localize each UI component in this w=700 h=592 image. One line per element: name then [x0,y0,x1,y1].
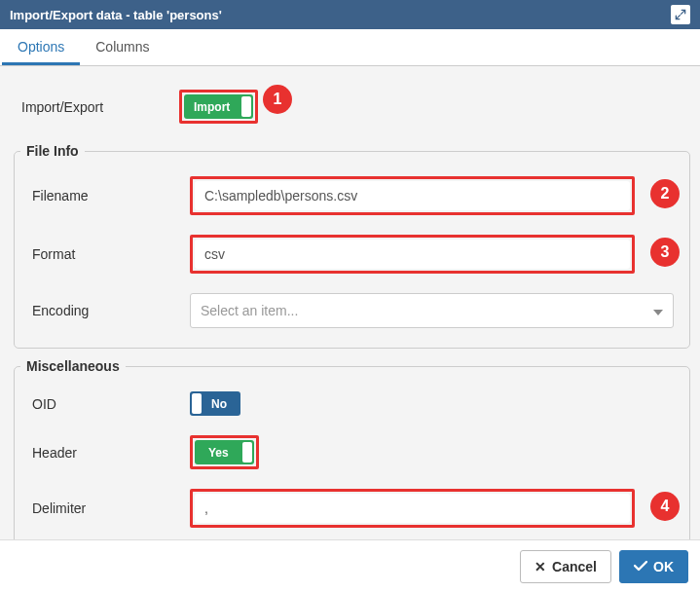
dialog-footer: ✕ Cancel OK [0,539,700,592]
encoding-select[interactable]: Select an item... [190,293,674,328]
caret-down-icon [653,303,663,318]
legend-file-info: File Info [20,143,85,159]
label-filename: Filename [24,188,190,204]
toggle-no-label: No [203,391,240,416]
callout-2: 2 [650,179,680,208]
toggle-knob [241,96,251,117]
legend-misc: Miscellaneous [20,358,126,374]
label-format: Format [24,246,190,262]
row-delimiter: Delimiter , 4 [24,479,680,537]
window-title: Import/Export data - table 'persons' [10,8,671,22]
import-export-toggle[interactable]: Import [184,94,253,119]
toggle-yes-label: Yes [195,440,240,464]
fieldset-file-info: File Info Filename C:\sampledb\persons.c… [14,143,690,349]
callout-1: 1 [263,85,292,114]
highlight-delimiter: , [190,489,635,528]
row-import-export: Import/Export Import 1 [14,80,690,133]
highlight-header: Yes [190,435,259,469]
toggle-knob [242,442,252,462]
options-panel: Import/Export Import 1 File Info Filenam… [0,66,700,545]
highlight-filename: C:\sampledb\persons.csv [190,176,635,215]
cancel-button[interactable]: ✕ Cancel [520,550,611,583]
encoding-placeholder: Select an item... [201,303,298,318]
ok-button[interactable]: OK [619,550,688,583]
callout-3: 3 [650,238,680,267]
label-delimiter: Delimiter [24,500,190,516]
row-encoding: Encoding Select an item... [24,283,680,338]
label-oid: OID [24,396,190,412]
row-oid: OID No [24,382,680,426]
toggle-knob [192,393,202,414]
highlight-format: csv [190,235,635,274]
row-filename: Filename C:\sampledb\persons.csv 2 [24,166,680,225]
label-header: Header [24,445,190,461]
label-import-export: Import/Export [14,99,179,115]
maximize-button[interactable] [671,5,690,24]
tabbar: Options Columns [0,29,700,66]
delimiter-value: , [204,500,208,516]
close-icon: ✕ [534,559,546,574]
filename-input[interactable]: C:\sampledb\persons.csv [195,181,630,210]
delimiter-select[interactable]: , [195,494,630,523]
format-select[interactable]: csv [195,240,630,269]
cancel-label: Cancel [552,559,597,574]
format-value: csv [204,246,225,262]
window-titlebar: Import/Export data - table 'persons' [0,0,700,29]
check-icon [634,559,647,574]
toggle-import-label: Import [184,94,239,119]
maximize-icon [674,8,687,21]
row-format: Format csv 3 [24,225,680,283]
oid-toggle[interactable]: No [190,391,240,416]
highlight-import-toggle: Import [179,90,258,124]
callout-4: 4 [650,492,680,521]
tab-columns[interactable]: Columns [80,29,165,65]
row-header: Header Yes [24,426,680,479]
fieldset-misc: Miscellaneous OID No Header Yes [14,358,690,545]
ok-label: OK [653,559,674,574]
header-toggle[interactable]: Yes [195,440,254,464]
label-encoding: Encoding [24,303,190,318]
tab-options[interactable]: Options [2,29,80,65]
